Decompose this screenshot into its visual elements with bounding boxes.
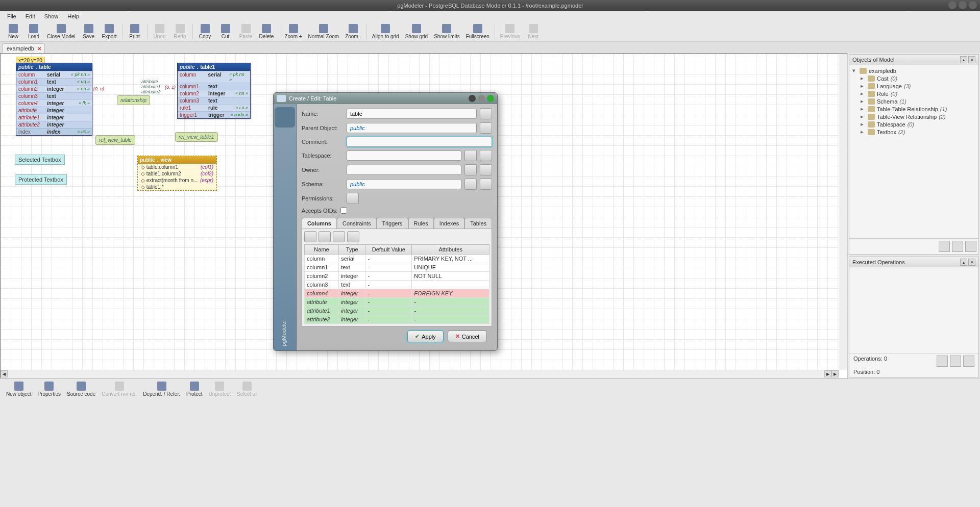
menu-help[interactable]: Help bbox=[63, 12, 83, 20]
toolbar-new[interactable]: New bbox=[3, 22, 23, 41]
tree-action-3[interactable] bbox=[965, 241, 976, 252]
relationship-box[interactable]: relationship bbox=[117, 95, 150, 105]
btool-depend-refer-[interactable]: Depend. / Refer. bbox=[140, 379, 183, 399]
dialog-tab-indexes[interactable]: Indexes bbox=[434, 218, 465, 229]
tree-item-schema[interactable]: ▸Schema (1) bbox=[851, 97, 976, 105]
toolbar-print[interactable]: Print bbox=[125, 22, 145, 41]
toolbar-close-model[interactable]: Close Model bbox=[44, 22, 79, 41]
dialog-tab-columns[interactable]: Columns bbox=[302, 218, 337, 229]
tree-item-role[interactable]: ▸Role (0) bbox=[851, 90, 976, 97]
dialog-tab-constraints[interactable]: Constraints bbox=[337, 218, 377, 229]
tree-item-tablespace[interactable]: ▸Tablespace (0) bbox=[851, 120, 976, 128]
canvas-vscroll[interactable] bbox=[839, 54, 847, 370]
protected-textbox[interactable]: Protected Textbox bbox=[15, 174, 67, 185]
tree-action-2[interactable] bbox=[952, 241, 963, 252]
canvas-hscroll[interactable]: ◀ ▶ ▶ bbox=[1, 370, 839, 378]
parent-browse-button[interactable] bbox=[480, 122, 492, 134]
btool-protect[interactable]: Protect bbox=[183, 379, 206, 399]
canvas-table1[interactable]: public.table1 columnserial« pk nn »colum… bbox=[177, 63, 251, 119]
tablespace-input[interactable] bbox=[347, 150, 461, 161]
menu-edit[interactable]: Edit bbox=[21, 12, 39, 20]
toolbar-cut[interactable]: Cut bbox=[215, 22, 236, 41]
apply-button[interactable]: ✔Apply bbox=[407, 331, 444, 342]
btool-properties[interactable]: Properties bbox=[34, 379, 64, 399]
col-add-button[interactable] bbox=[304, 231, 316, 242]
rel-view-table1[interactable]: rel_view_table1 bbox=[175, 132, 218, 142]
object-tree[interactable]: ▾exampledb ▸Cast (0)▸Language (3)▸Role (… bbox=[849, 65, 978, 238]
toolbar-zoom-[interactable]: Zoom - bbox=[342, 22, 364, 41]
dialog-close-button[interactable] bbox=[487, 95, 494, 102]
op-undo-icon[interactable] bbox=[937, 356, 948, 367]
column-row[interactable]: column3text- bbox=[304, 281, 489, 289]
schema-input[interactable] bbox=[347, 179, 461, 189]
cancel-button[interactable]: ✕Cancel bbox=[448, 331, 487, 342]
owner-clear-button[interactable] bbox=[480, 164, 492, 175]
tab-exampledb[interactable]: exampledb ✕ bbox=[2, 43, 45, 53]
op-redo-icon[interactable] bbox=[950, 356, 961, 367]
btool-new-object[interactable]: New object bbox=[3, 379, 34, 399]
col-remove-button[interactable] bbox=[318, 231, 331, 242]
col-edit-button[interactable] bbox=[333, 231, 345, 242]
toolbar-delete[interactable]: Delete bbox=[256, 22, 277, 41]
permissions-button[interactable] bbox=[347, 193, 359, 204]
dialog-tab-tables[interactable]: Tables bbox=[464, 218, 492, 229]
tree-toggle-icon[interactable]: ▾ bbox=[852, 67, 857, 74]
maximize-button[interactable] bbox=[959, 1, 967, 9]
schema-clear-button[interactable] bbox=[480, 179, 492, 190]
tree-action-1[interactable] bbox=[939, 241, 950, 252]
scroll-right-icon[interactable]: ▶ bbox=[824, 370, 831, 377]
column-row[interactable]: attributeinteger-- bbox=[304, 298, 489, 307]
schema-browse-button[interactable] bbox=[464, 179, 477, 190]
name-input[interactable] bbox=[347, 109, 477, 119]
dialog-maximize-button[interactable] bbox=[478, 95, 485, 102]
column-row[interactable]: column1text-UNIQUE bbox=[304, 263, 489, 272]
canvas-table[interactable]: public.table columnserial« pk nn »column… bbox=[16, 63, 92, 136]
toolbar-show-grid[interactable]: Show grid bbox=[402, 22, 431, 41]
col-more-button[interactable] bbox=[347, 231, 359, 242]
scroll-right-icon2[interactable]: ▶ bbox=[831, 370, 839, 377]
name-aux-button[interactable] bbox=[480, 108, 492, 119]
tree-item-cast[interactable]: ▸Cast (0) bbox=[851, 74, 976, 82]
panel-collapse-icon[interactable]: ▴ bbox=[960, 259, 967, 266]
op-clear-icon[interactable] bbox=[963, 356, 974, 367]
minimize-button[interactable] bbox=[948, 1, 957, 9]
toolbar-align-to-grid[interactable]: Align to grid bbox=[369, 22, 402, 41]
dialog-titlebar[interactable]: Create / Edit: Table bbox=[274, 93, 497, 104]
toolbar-save[interactable]: Save bbox=[79, 22, 99, 41]
oids-checkbox[interactable] bbox=[340, 207, 347, 214]
toolbar-export[interactable]: Export bbox=[99, 22, 120, 41]
owner-input[interactable] bbox=[347, 165, 461, 175]
dialog-tab-rules[interactable]: Rules bbox=[408, 218, 434, 229]
column-row[interactable]: column2integer-NOT NULL bbox=[304, 272, 489, 281]
panel-collapse-icon[interactable]: ▴ bbox=[960, 56, 967, 63]
toolbar-fullscreen[interactable]: Fullscreen bbox=[463, 22, 493, 41]
tree-item-textbox[interactable]: ▸Textbox (2) bbox=[851, 128, 976, 136]
toolbar-show-limits[interactable]: Show limits bbox=[431, 22, 463, 41]
tree-item-table-table-relationship[interactable]: ▸Table-Table Relationship (1) bbox=[851, 105, 976, 113]
tree-item-language[interactable]: ▸Language (3) bbox=[851, 82, 976, 90]
tablespace-browse-button[interactable] bbox=[464, 150, 477, 161]
scroll-left-icon[interactable]: ◀ bbox=[1, 370, 8, 377]
columns-table[interactable]: NameTypeDefault ValueAttributes columnse… bbox=[304, 244, 489, 324]
column-row[interactable]: column4integer-FOREIGN KEY bbox=[304, 289, 489, 298]
panel-close-icon[interactable]: ✕ bbox=[968, 259, 975, 266]
owner-browse-button[interactable] bbox=[464, 164, 477, 175]
column-row[interactable]: attribute2integer-- bbox=[304, 315, 489, 324]
tree-item-table-view-relationship[interactable]: ▸Table-View Relationship (2) bbox=[851, 113, 976, 120]
canvas-view[interactable]: public.view ◇ table.column1(col1)◇ table… bbox=[137, 156, 217, 191]
close-window-button[interactable] bbox=[969, 1, 977, 9]
toolbar-normal-zoom[interactable]: Normal Zoom bbox=[305, 22, 342, 41]
dialog-minimize-button[interactable] bbox=[469, 95, 476, 102]
menu-file[interactable]: File bbox=[3, 12, 20, 20]
toolbar-load[interactable]: Load bbox=[23, 22, 44, 41]
parent-input[interactable] bbox=[347, 123, 477, 133]
column-row[interactable]: attribute1integer-- bbox=[304, 307, 489, 315]
dialog-tab-triggers[interactable]: Triggers bbox=[377, 218, 408, 229]
tablespace-clear-button[interactable] bbox=[480, 150, 492, 161]
toolbar-zoom-[interactable]: Zoom + bbox=[281, 22, 305, 41]
comment-input[interactable] bbox=[347, 137, 492, 147]
tab-close-icon[interactable]: ✕ bbox=[37, 46, 41, 52]
column-row[interactable]: columnserial-PRIMARY KEY, NOT ... bbox=[304, 255, 489, 263]
menu-show[interactable]: Show bbox=[40, 12, 63, 20]
panel-close-icon[interactable]: ✕ bbox=[968, 56, 975, 63]
